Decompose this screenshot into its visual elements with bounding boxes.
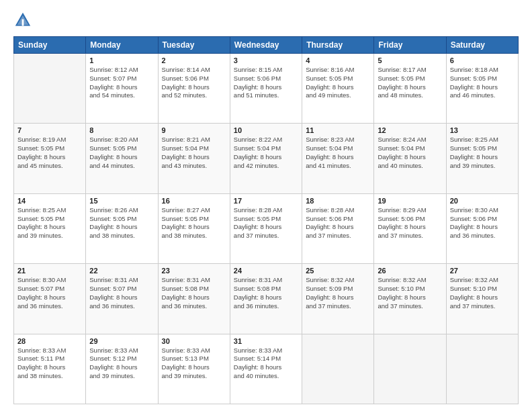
day-info: Sunrise: 8:33 AM Sunset: 5:12 PM Dayligh… [89,347,154,381]
day-cell: 9Sunrise: 8:21 AM Sunset: 5:04 PM Daylig… [158,124,230,193]
week-row-2: 14Sunrise: 8:25 AM Sunset: 5:05 PM Dayli… [14,193,519,263]
day-cell: 10Sunrise: 8:22 AM Sunset: 5:04 PM Dayli… [230,124,302,193]
day-number: 11 [306,126,370,134]
header-cell-thursday: Thursday [302,37,374,54]
day-cell: 26Sunrise: 8:32 AM Sunset: 5:10 PM Dayli… [374,264,446,334]
day-info: Sunrise: 8:28 AM Sunset: 5:05 PM Dayligh… [234,206,298,240]
day-cell: 20Sunrise: 8:30 AM Sunset: 5:06 PM Dayli… [446,193,518,263]
day-info: Sunrise: 8:30 AM Sunset: 5:06 PM Dayligh… [450,206,515,240]
day-cell: 27Sunrise: 8:32 AM Sunset: 5:10 PM Dayli… [446,264,518,334]
day-cell: 8Sunrise: 8:20 AM Sunset: 5:05 PM Daylig… [86,124,158,193]
day-number: 17 [234,197,298,205]
day-info: Sunrise: 8:33 AM Sunset: 5:13 PM Dayligh… [162,347,226,381]
logo [13,11,35,30]
day-number: 9 [162,126,226,134]
day-number: 21 [17,267,82,275]
calendar-header: SundayMondayTuesdayWednesdayThursdayFrid… [14,37,519,54]
day-cell [374,334,446,404]
day-cell: 17Sunrise: 8:28 AM Sunset: 5:05 PM Dayli… [230,193,302,263]
header-cell-friday: Friday [374,37,446,54]
day-number: 2 [162,56,226,64]
day-info: Sunrise: 8:33 AM Sunset: 5:11 PM Dayligh… [17,347,82,381]
day-info: Sunrise: 8:17 AM Sunset: 5:05 PM Dayligh… [378,66,442,100]
day-number: 6 [450,56,515,64]
day-cell: 16Sunrise: 8:27 AM Sunset: 5:05 PM Dayli… [158,193,230,263]
day-info: Sunrise: 8:24 AM Sunset: 5:04 PM Dayligh… [378,136,442,170]
day-cell: 24Sunrise: 8:31 AM Sunset: 5:08 PM Dayli… [230,264,302,334]
day-info: Sunrise: 8:20 AM Sunset: 5:05 PM Dayligh… [89,136,154,170]
day-cell: 7Sunrise: 8:19 AM Sunset: 5:05 PM Daylig… [14,124,86,193]
day-info: Sunrise: 8:16 AM Sunset: 5:05 PM Dayligh… [306,66,370,100]
day-number: 19 [378,197,442,205]
day-number: 20 [450,197,515,205]
day-number: 29 [89,337,154,345]
day-info: Sunrise: 8:12 AM Sunset: 5:07 PM Dayligh… [89,66,154,100]
day-info: Sunrise: 8:31 AM Sunset: 5:07 PM Dayligh… [89,276,154,310]
day-info: Sunrise: 8:32 AM Sunset: 5:10 PM Dayligh… [378,276,442,310]
day-cell: 13Sunrise: 8:25 AM Sunset: 5:05 PM Dayli… [446,124,518,193]
day-number: 31 [234,337,298,345]
header-cell-wednesday: Wednesday [230,37,302,54]
week-row-0: 1Sunrise: 8:12 AM Sunset: 5:07 PM Daylig… [14,54,519,124]
day-number: 30 [162,337,226,345]
day-cell: 31Sunrise: 8:33 AM Sunset: 5:14 PM Dayli… [230,334,302,404]
day-cell: 18Sunrise: 8:28 AM Sunset: 5:06 PM Dayli… [302,193,374,263]
day-cell: 6Sunrise: 8:18 AM Sunset: 5:05 PM Daylig… [446,54,518,124]
header-cell-sunday: Sunday [14,37,86,54]
day-cell [302,334,374,404]
day-cell: 30Sunrise: 8:33 AM Sunset: 5:13 PM Dayli… [158,334,230,404]
svg-rect-2 [22,19,24,26]
day-cell: 2Sunrise: 8:14 AM Sunset: 5:06 PM Daylig… [158,54,230,124]
day-number: 23 [162,267,226,275]
day-info: Sunrise: 8:14 AM Sunset: 5:06 PM Dayligh… [162,66,226,100]
day-cell: 28Sunrise: 8:33 AM Sunset: 5:11 PM Dayli… [14,334,86,404]
week-row-4: 28Sunrise: 8:33 AM Sunset: 5:11 PM Dayli… [14,334,519,404]
week-row-1: 7Sunrise: 8:19 AM Sunset: 5:05 PM Daylig… [14,124,519,193]
day-cell: 11Sunrise: 8:23 AM Sunset: 5:04 PM Dayli… [302,124,374,193]
header-cell-saturday: Saturday [446,37,518,54]
day-info: Sunrise: 8:32 AM Sunset: 5:09 PM Dayligh… [306,276,370,310]
calendar-body: 1Sunrise: 8:12 AM Sunset: 5:07 PM Daylig… [14,54,519,404]
page: SundayMondayTuesdayWednesdayThursdayFrid… [0,0,532,411]
day-cell: 3Sunrise: 8:15 AM Sunset: 5:06 PM Daylig… [230,54,302,124]
day-info: Sunrise: 8:22 AM Sunset: 5:04 PM Dayligh… [234,136,298,170]
day-number: 27 [450,267,515,275]
day-number: 4 [306,56,370,64]
day-cell: 22Sunrise: 8:31 AM Sunset: 5:07 PM Dayli… [86,264,158,334]
day-info: Sunrise: 8:28 AM Sunset: 5:06 PM Dayligh… [306,206,370,240]
day-info: Sunrise: 8:30 AM Sunset: 5:07 PM Dayligh… [17,276,82,310]
header-cell-monday: Monday [86,37,158,54]
day-info: Sunrise: 8:31 AM Sunset: 5:08 PM Dayligh… [234,276,298,310]
day-info: Sunrise: 8:33 AM Sunset: 5:14 PM Dayligh… [234,347,298,381]
day-info: Sunrise: 8:21 AM Sunset: 5:04 PM Dayligh… [162,136,226,170]
week-row-3: 21Sunrise: 8:30 AM Sunset: 5:07 PM Dayli… [14,264,519,334]
day-cell: 14Sunrise: 8:25 AM Sunset: 5:05 PM Dayli… [14,193,86,263]
day-info: Sunrise: 8:19 AM Sunset: 5:05 PM Dayligh… [17,136,82,170]
header [13,11,519,30]
day-number: 26 [378,267,442,275]
day-cell: 29Sunrise: 8:33 AM Sunset: 5:12 PM Dayli… [86,334,158,404]
day-cell [446,334,518,404]
day-info: Sunrise: 8:15 AM Sunset: 5:06 PM Dayligh… [234,66,298,100]
day-number: 16 [162,197,226,205]
day-cell: 12Sunrise: 8:24 AM Sunset: 5:04 PM Dayli… [374,124,446,193]
day-number: 1 [89,56,154,64]
day-cell: 4Sunrise: 8:16 AM Sunset: 5:05 PM Daylig… [302,54,374,124]
day-info: Sunrise: 8:32 AM Sunset: 5:10 PM Dayligh… [450,276,515,310]
day-number: 28 [17,337,82,345]
day-number: 25 [306,267,370,275]
day-cell: 1Sunrise: 8:12 AM Sunset: 5:07 PM Daylig… [86,54,158,124]
day-info: Sunrise: 8:23 AM Sunset: 5:04 PM Dayligh… [306,136,370,170]
day-number: 24 [234,267,298,275]
logo-icon [13,11,32,30]
header-cell-tuesday: Tuesday [158,37,230,54]
day-info: Sunrise: 8:27 AM Sunset: 5:05 PM Dayligh… [162,206,226,240]
day-cell: 25Sunrise: 8:32 AM Sunset: 5:09 PM Dayli… [302,264,374,334]
day-info: Sunrise: 8:25 AM Sunset: 5:05 PM Dayligh… [450,136,515,170]
day-number: 12 [378,126,442,134]
day-number: 14 [17,197,82,205]
day-info: Sunrise: 8:31 AM Sunset: 5:08 PM Dayligh… [162,276,226,310]
calendar-table: SundayMondayTuesdayWednesdayThursdayFrid… [13,36,519,404]
day-cell [14,54,86,124]
day-number: 7 [17,126,82,134]
